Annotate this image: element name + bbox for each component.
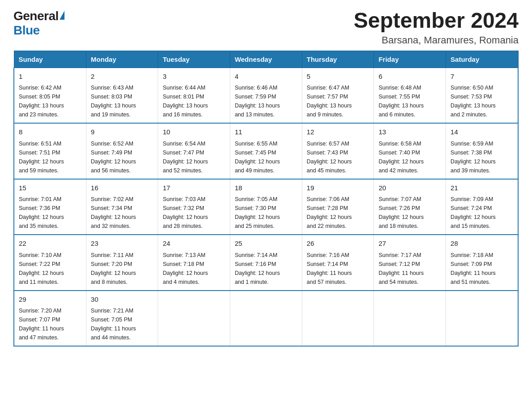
day-number: 12 xyxy=(307,127,369,137)
header-day-friday: Friday xyxy=(374,51,446,68)
day-number: 1 xyxy=(19,72,82,82)
subtitle: Barsana, Maramures, Romania xyxy=(354,34,519,46)
day-number: 22 xyxy=(19,239,82,249)
calendar-cell-5-7 xyxy=(446,291,518,347)
day-number: 4 xyxy=(235,72,297,82)
day-info: Sunrise: 6:48 AM Sunset: 7:55 PM Dayligh… xyxy=(378,83,441,119)
day-number: 21 xyxy=(450,183,513,193)
day-info: Sunrise: 6:42 AM Sunset: 8:05 PM Dayligh… xyxy=(19,83,82,119)
day-number: 5 xyxy=(307,72,369,82)
day-info: Sunrise: 7:18 AM Sunset: 7:09 PM Dayligh… xyxy=(450,251,513,287)
day-info: Sunrise: 7:06 AM Sunset: 7:28 PM Dayligh… xyxy=(307,195,369,231)
day-info: Sunrise: 7:03 AM Sunset: 7:32 PM Dayligh… xyxy=(163,195,225,231)
title-area: September 2024 Barsana, Maramures, Roman… xyxy=(354,9,519,46)
day-info: Sunrise: 6:44 AM Sunset: 8:01 PM Dayligh… xyxy=(163,83,225,119)
calendar-header-row: SundayMondayTuesdayWednesdayThursdayFrid… xyxy=(14,51,518,68)
calendar-cell-2-2: 9Sunrise: 6:52 AM Sunset: 7:49 PM Daylig… xyxy=(86,123,158,179)
day-number: 8 xyxy=(19,127,82,137)
calendar-cell-5-2: 30Sunrise: 7:21 AM Sunset: 7:05 PM Dayli… xyxy=(86,291,158,347)
day-info: Sunrise: 6:59 AM Sunset: 7:38 PM Dayligh… xyxy=(450,139,513,175)
day-info: Sunrise: 7:10 AM Sunset: 7:22 PM Dayligh… xyxy=(19,251,82,287)
calendar-cell-1-1: 1Sunrise: 6:42 AM Sunset: 8:05 PM Daylig… xyxy=(14,68,86,123)
day-info: Sunrise: 6:54 AM Sunset: 7:47 PM Dayligh… xyxy=(163,139,225,175)
header: General Blue September 2024 Barsana, Mar… xyxy=(13,9,519,46)
day-info: Sunrise: 7:20 AM Sunset: 7:07 PM Dayligh… xyxy=(19,306,82,342)
calendar-week-4: 22Sunrise: 7:10 AM Sunset: 7:22 PM Dayli… xyxy=(14,235,518,291)
calendar-cell-3-7: 21Sunrise: 7:09 AM Sunset: 7:24 PM Dayli… xyxy=(446,179,518,235)
calendar-cell-5-4 xyxy=(230,291,302,347)
calendar-cell-4-3: 24Sunrise: 7:13 AM Sunset: 7:18 PM Dayli… xyxy=(158,235,230,291)
day-number: 24 xyxy=(163,239,225,249)
day-number: 2 xyxy=(91,72,154,82)
logo: General Blue xyxy=(13,9,64,38)
calendar-cell-2-5: 12Sunrise: 6:57 AM Sunset: 7:43 PM Dayli… xyxy=(302,123,374,179)
calendar-cell-3-5: 19Sunrise: 7:06 AM Sunset: 7:28 PM Dayli… xyxy=(302,179,374,235)
calendar-cell-2-1: 8Sunrise: 6:51 AM Sunset: 7:51 PM Daylig… xyxy=(14,123,86,179)
calendar-week-2: 8Sunrise: 6:51 AM Sunset: 7:51 PM Daylig… xyxy=(14,123,518,179)
logo-blue: Blue xyxy=(13,23,40,37)
day-number: 18 xyxy=(235,183,297,193)
day-number: 20 xyxy=(378,183,441,193)
day-info: Sunrise: 6:58 AM Sunset: 7:40 PM Dayligh… xyxy=(378,139,441,175)
day-info: Sunrise: 6:51 AM Sunset: 7:51 PM Dayligh… xyxy=(19,139,82,175)
day-info: Sunrise: 7:21 AM Sunset: 7:05 PM Dayligh… xyxy=(91,306,154,342)
day-info: Sunrise: 6:55 AM Sunset: 7:45 PM Dayligh… xyxy=(235,139,297,175)
calendar-week-5: 29Sunrise: 7:20 AM Sunset: 7:07 PM Dayli… xyxy=(14,291,518,347)
day-info: Sunrise: 7:07 AM Sunset: 7:26 PM Dayligh… xyxy=(378,195,441,231)
calendar-cell-2-7: 14Sunrise: 6:59 AM Sunset: 7:38 PM Dayli… xyxy=(446,123,518,179)
header-day-sunday: Sunday xyxy=(14,51,86,68)
calendar-cell-1-4: 4Sunrise: 6:46 AM Sunset: 7:59 PM Daylig… xyxy=(230,68,302,123)
calendar-cell-5-3 xyxy=(158,291,230,347)
calendar-cell-4-1: 22Sunrise: 7:10 AM Sunset: 7:22 PM Dayli… xyxy=(14,235,86,291)
day-number: 27 xyxy=(378,239,441,249)
calendar-cell-3-4: 18Sunrise: 7:05 AM Sunset: 7:30 PM Dayli… xyxy=(230,179,302,235)
calendar-cell-5-6 xyxy=(374,291,446,347)
day-number: 30 xyxy=(91,295,154,305)
calendar-cell-4-2: 23Sunrise: 7:11 AM Sunset: 7:20 PM Dayli… xyxy=(86,235,158,291)
page-title: September 2024 xyxy=(354,9,519,33)
calendar-cell-1-6: 6Sunrise: 6:48 AM Sunset: 7:55 PM Daylig… xyxy=(374,68,446,123)
day-number: 11 xyxy=(235,127,297,137)
calendar-cell-1-5: 5Sunrise: 6:47 AM Sunset: 7:57 PM Daylig… xyxy=(302,68,374,123)
header-day-monday: Monday xyxy=(86,51,158,68)
calendar-cell-3-6: 20Sunrise: 7:07 AM Sunset: 7:26 PM Dayli… xyxy=(374,179,446,235)
calendar-cell-4-5: 26Sunrise: 7:16 AM Sunset: 7:14 PM Dayli… xyxy=(302,235,374,291)
day-info: Sunrise: 7:01 AM Sunset: 7:36 PM Dayligh… xyxy=(19,195,82,231)
header-day-wednesday: Wednesday xyxy=(230,51,302,68)
calendar-cell-3-2: 16Sunrise: 7:02 AM Sunset: 7:34 PM Dayli… xyxy=(86,179,158,235)
day-number: 25 xyxy=(235,239,297,249)
day-number: 6 xyxy=(378,72,441,82)
calendar-week-1: 1Sunrise: 6:42 AM Sunset: 8:05 PM Daylig… xyxy=(14,68,518,123)
header-day-thursday: Thursday xyxy=(302,51,374,68)
day-number: 7 xyxy=(450,72,513,82)
day-number: 17 xyxy=(163,183,225,193)
day-info: Sunrise: 7:16 AM Sunset: 7:14 PM Dayligh… xyxy=(307,251,369,287)
day-info: Sunrise: 7:05 AM Sunset: 7:30 PM Dayligh… xyxy=(235,195,297,231)
calendar-cell-4-7: 28Sunrise: 7:18 AM Sunset: 7:09 PM Dayli… xyxy=(446,235,518,291)
day-number: 3 xyxy=(163,72,225,82)
calendar-cell-5-5 xyxy=(302,291,374,347)
calendar-cell-3-1: 15Sunrise: 7:01 AM Sunset: 7:36 PM Dayli… xyxy=(14,179,86,235)
calendar-cell-2-4: 11Sunrise: 6:55 AM Sunset: 7:45 PM Dayli… xyxy=(230,123,302,179)
day-info: Sunrise: 7:11 AM Sunset: 7:20 PM Dayligh… xyxy=(91,251,154,287)
calendar-table: SundayMondayTuesdayWednesdayThursdayFrid… xyxy=(13,51,519,347)
logo-general: General xyxy=(13,9,59,23)
day-info: Sunrise: 6:47 AM Sunset: 7:57 PM Dayligh… xyxy=(307,83,369,119)
day-info: Sunrise: 7:14 AM Sunset: 7:16 PM Dayligh… xyxy=(235,251,297,287)
calendar-cell-2-3: 10Sunrise: 6:54 AM Sunset: 7:47 PM Dayli… xyxy=(158,123,230,179)
day-info: Sunrise: 7:17 AM Sunset: 7:12 PM Dayligh… xyxy=(378,251,441,287)
day-number: 14 xyxy=(450,127,513,137)
header-day-tuesday: Tuesday xyxy=(158,51,230,68)
day-number: 29 xyxy=(19,295,82,305)
day-info: Sunrise: 6:52 AM Sunset: 7:49 PM Dayligh… xyxy=(91,139,154,175)
day-info: Sunrise: 7:02 AM Sunset: 7:34 PM Dayligh… xyxy=(91,195,154,231)
calendar-cell-5-1: 29Sunrise: 7:20 AM Sunset: 7:07 PM Dayli… xyxy=(14,291,86,347)
calendar-week-3: 15Sunrise: 7:01 AM Sunset: 7:36 PM Dayli… xyxy=(14,179,518,235)
header-day-saturday: Saturday xyxy=(446,51,518,68)
calendar-cell-4-4: 25Sunrise: 7:14 AM Sunset: 7:16 PM Dayli… xyxy=(230,235,302,291)
day-info: Sunrise: 6:50 AM Sunset: 7:53 PM Dayligh… xyxy=(450,83,513,119)
day-number: 15 xyxy=(19,183,82,193)
day-number: 28 xyxy=(450,239,513,249)
day-number: 26 xyxy=(307,239,369,249)
calendar-cell-1-7: 7Sunrise: 6:50 AM Sunset: 7:53 PM Daylig… xyxy=(446,68,518,123)
